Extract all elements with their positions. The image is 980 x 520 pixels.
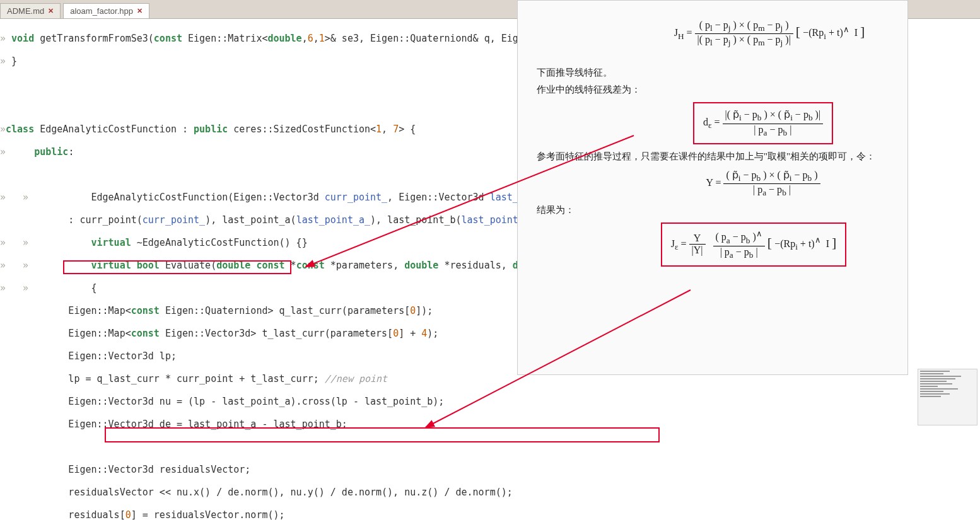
formula-je: Jε = Y|Y| ( pa − pb )∧| pa − pb | [ −(Rp…: [619, 222, 889, 267]
formula-y: Y = ( p̃i − pb ) × ( p̃i − pb ) | pa − p…: [638, 169, 889, 198]
code-editor[interactable]: » void getTransformFromSe3(const Eigen::…: [0, 19, 530, 520]
tab-readme[interactable]: ADME.md ✕: [0, 3, 61, 18]
close-icon[interactable]: ✕: [137, 7, 143, 15]
tab-label: ADME.md: [7, 6, 44, 16]
doc-text: 结果为：: [537, 204, 889, 216]
document-panel: JH = ( pl − pj ) × ( pm − pj ) |( pl − p…: [517, 0, 908, 375]
minimap[interactable]: [918, 369, 977, 425]
doc-text: 下面推导线特征。: [537, 67, 889, 79]
formula-de: dε = |( p̃i − pb ) × ( p̃i − pb )| | pa …: [638, 102, 889, 144]
doc-text: 作业中的线特征残差为：: [537, 84, 889, 96]
formula-jh: JH = ( pl − pj ) × ( pm − pj ) |( pl − p…: [650, 20, 889, 48]
tab-label: aloam_factor.hpp: [70, 6, 133, 16]
tab-aloam-factor[interactable]: aloam_factor.hpp ✕: [63, 3, 149, 18]
close-icon[interactable]: ✕: [48, 7, 54, 15]
doc-text: 参考面特征的推导过程，只需要在课件的结果中加上与"取模"相关的项即可，令：: [537, 151, 889, 163]
